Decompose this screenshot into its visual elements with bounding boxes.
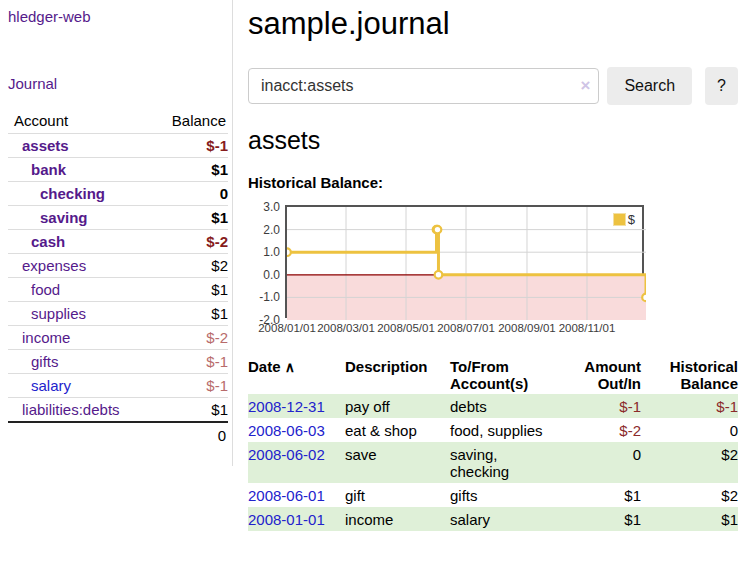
transaction-description: pay off (345, 394, 450, 418)
transaction-amount: 0 (573, 442, 641, 483)
x-axis-tick-label: 2008/03/01 (317, 322, 375, 334)
sort-ascending-icon: ∧ (285, 359, 295, 375)
account-row: supplies$1 (8, 302, 228, 326)
account-link-salary[interactable]: salary (8, 377, 71, 394)
transaction-row: 2008-06-02savesaving, checking0$2 (248, 442, 738, 483)
accounts-total-row: 0 (8, 422, 228, 448)
transaction-description: gift (345, 483, 450, 507)
accounts-total-value: 0 (149, 422, 228, 448)
account-row: saving$1 (8, 206, 228, 230)
transaction-row: 2008-06-01giftgifts$1$2 (248, 483, 738, 507)
transaction-balance: $2 (641, 442, 738, 483)
transaction-balance: 0 (641, 418, 738, 442)
y-axis-tick-label: 2.0 (248, 223, 280, 237)
account-row: income$-2 (8, 326, 228, 350)
transaction-balance: $1 (641, 507, 738, 531)
account-balance: $1 (149, 158, 228, 182)
transaction-accounts: saving, checking (450, 442, 573, 483)
account-link-assets[interactable]: assets (8, 137, 69, 154)
account-row: bank$1 (8, 158, 228, 182)
account-link-expenses[interactable]: expenses (8, 257, 86, 274)
transaction-row: 2008-01-01incomesalary$1$1 (248, 507, 738, 531)
transaction-date-link[interactable]: 2008-06-02 (248, 446, 325, 463)
y-axis-tick-label: 0.0 (248, 268, 280, 282)
transaction-amount: $-2 (573, 418, 641, 442)
transaction-date-link[interactable]: 2008-06-03 (248, 422, 325, 439)
transaction-balance: $2 (641, 483, 738, 507)
legend-label: $ (628, 212, 635, 227)
y-axis-tick-label: -1.0 (248, 290, 280, 304)
search-form: × Search ? (248, 67, 738, 105)
y-axis-tick-label: 1.0 (248, 245, 280, 259)
x-axis-tick-label: 2008/11/01 (559, 322, 616, 334)
account-heading: assets (248, 126, 738, 155)
register-header-description: Description (345, 356, 450, 394)
account-row: expenses$2 (8, 254, 228, 278)
transaction-description: save (345, 442, 450, 483)
x-axis-tick-label: 2008/07/01 (437, 322, 495, 334)
register-header-date[interactable]: Date ∧ (248, 356, 345, 394)
account-link-saving[interactable]: saving (8, 209, 88, 226)
sidebar: hledger-web Journal Account Balance asse… (0, 0, 233, 466)
sidebar-item-journal[interactable]: Journal (8, 75, 228, 92)
account-row: gifts$-1 (8, 350, 228, 374)
x-axis-tick-label: 2008/05/01 (377, 322, 435, 334)
app-title-link[interactable]: hledger-web (8, 8, 228, 25)
transaction-amount: $1 (573, 507, 641, 531)
transaction-amount: $-1 (573, 394, 641, 418)
main-content: sample.journal × Search ? assets Histori… (248, 0, 738, 531)
account-link-bank[interactable]: bank (8, 161, 66, 178)
y-axis-tick-label: 3.0 (248, 200, 280, 214)
chart-canvas (287, 207, 646, 320)
account-balance: $-1 (149, 134, 228, 158)
transaction-accounts: gifts (450, 483, 573, 507)
search-input[interactable] (248, 68, 599, 104)
account-link-food[interactable]: food (8, 281, 60, 298)
transaction-description: eat & shop (345, 418, 450, 442)
x-axis-tick-label: 2008/01/01 (258, 322, 316, 334)
account-link-gifts[interactable]: gifts (8, 353, 59, 370)
clear-search-icon[interactable]: × (580, 76, 590, 96)
account-balance: 0 (149, 182, 228, 206)
account-row: liabilities:debts$1 (8, 398, 228, 423)
account-link-cash[interactable]: cash (8, 233, 65, 250)
register-header-accounts: To/From Account(s) (450, 356, 573, 394)
chart-plot-area: $ (285, 205, 644, 318)
account-link-checking[interactable]: checking (8, 185, 105, 202)
chart-legend: $ (611, 211, 637, 228)
account-balance: $-1 (149, 350, 228, 374)
accounts-header-balance: Balance (149, 109, 228, 134)
account-link-liabilities-debts[interactable]: liabilities:debts (8, 401, 120, 418)
transaction-accounts: food, supplies (450, 418, 573, 442)
legend-swatch-icon (613, 213, 626, 226)
accounts-header-account: Account (8, 109, 149, 134)
historical-balance-chart: $ 3.02.01.00.0-1.0-2.02008/01/012008/03/… (248, 200, 738, 336)
transaction-date-link[interactable]: 2008-06-01 (248, 487, 325, 504)
account-link-income[interactable]: income (8, 329, 70, 346)
register-header-balance: Historical Balance (641, 356, 738, 394)
transaction-accounts: salary (450, 507, 573, 531)
x-axis-tick-label: 2008/09/01 (498, 322, 556, 334)
accounts-table: Account Balance assets$-1bank$1checking0… (8, 109, 228, 448)
search-button[interactable]: Search (607, 67, 692, 105)
transaction-description: income (345, 507, 450, 531)
help-button[interactable]: ? (705, 67, 738, 105)
account-balance: $1 (149, 206, 228, 230)
account-row: assets$-1 (8, 134, 228, 158)
account-link-supplies[interactable]: supplies (8, 305, 86, 322)
account-balance: $-2 (149, 230, 228, 254)
transaction-accounts: debts (450, 394, 573, 418)
account-row: food$1 (8, 278, 228, 302)
register-header-amount: Amount Out/In (573, 356, 641, 394)
account-balance: $-2 (149, 326, 228, 350)
account-row: checking0 (8, 182, 228, 206)
transaction-date-link[interactable]: 2008-01-01 (248, 511, 325, 528)
account-balance: $1 (149, 278, 228, 302)
transaction-balance: $-1 (641, 394, 738, 418)
account-balance: $2 (149, 254, 228, 278)
transaction-date-link[interactable]: 2008-12-31 (248, 398, 325, 415)
transaction-row: 2008-06-03eat & shopfood, supplies$-20 (248, 418, 738, 442)
register-table-body: 2008-12-31pay offdebts$-1$-12008-06-03ea… (248, 394, 738, 531)
transaction-amount: $1 (573, 483, 641, 507)
page-title: sample.journal (248, 6, 738, 42)
